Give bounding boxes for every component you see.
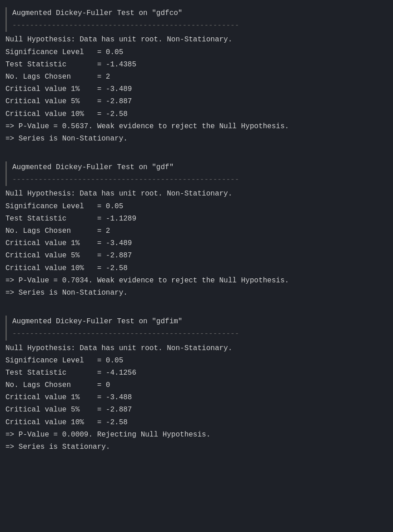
data-row-0-0: Significance Level = 0.05 bbox=[5, 46, 388, 59]
conclusion2-2: => Series is Stationary. bbox=[5, 441, 388, 453]
data-row-1-5: Critical value 10% = -2.58 bbox=[5, 262, 388, 275]
test-body-1: Null Hypothesis: Data has unit root. Non… bbox=[5, 188, 388, 299]
test-divider-2: ----------------------------------------… bbox=[12, 328, 388, 340]
data-row-0-1: Test Statistic = -1.4385 bbox=[5, 59, 388, 71]
data-row-2-3: Critical value 1% = -3.488 bbox=[5, 391, 388, 404]
data-row-1-3: Critical value 1% = -3.489 bbox=[5, 237, 388, 250]
data-row-0-5: Critical value 10% = -2.58 bbox=[5, 108, 388, 120]
test-title-0: Augmented Dickey-Fuller Test on "gdfco" bbox=[12, 7, 388, 20]
test-header-1: Augmented Dickey-Fuller Test on "gdf"---… bbox=[5, 161, 388, 186]
test-block-2: Augmented Dickey-Fuller Test on "gdfim"-… bbox=[5, 316, 388, 453]
conclusion1-1: => P-Value = 0.7034. Weak evidence to re… bbox=[5, 275, 388, 287]
test-body-0: Null Hypothesis: Data has unit root. Non… bbox=[5, 34, 388, 145]
conclusion2-0: => Series is Non-Stationary. bbox=[5, 133, 388, 145]
test-block-1: Augmented Dickey-Fuller Test on "gdf"---… bbox=[5, 161, 388, 299]
data-row-1-4: Critical value 5% = -2.887 bbox=[5, 250, 388, 262]
data-row-2-0: Significance Level = 0.05 bbox=[5, 355, 388, 367]
data-row-2-1: Test Statistic = -4.1256 bbox=[5, 367, 388, 379]
conclusion1-0: => P-Value = 0.5637. Weak evidence to re… bbox=[5, 120, 388, 133]
test-title-1: Augmented Dickey-Fuller Test on "gdf" bbox=[12, 161, 388, 174]
data-row-0-4: Critical value 5% = -2.887 bbox=[5, 95, 388, 108]
test-block-0: Augmented Dickey-Fuller Test on "gdfco"-… bbox=[5, 7, 388, 145]
data-row-1-0: Significance Level = 0.05 bbox=[5, 201, 388, 213]
null-hypothesis-1: Null Hypothesis: Data has unit root. Non… bbox=[5, 188, 388, 200]
test-header-2: Augmented Dickey-Fuller Test on "gdfim"-… bbox=[5, 316, 388, 340]
test-title-2: Augmented Dickey-Fuller Test on "gdfim" bbox=[12, 316, 388, 328]
test-divider-1: ----------------------------------------… bbox=[12, 174, 388, 186]
test-divider-0: ----------------------------------------… bbox=[12, 20, 388, 32]
app-container: Augmented Dickey-Fuller Test on "gdfco"-… bbox=[5, 7, 388, 453]
data-row-2-5: Critical value 10% = -2.58 bbox=[5, 417, 388, 429]
data-row-0-2: No. Lags Chosen = 2 bbox=[5, 71, 388, 83]
data-row-1-2: No. Lags Chosen = 2 bbox=[5, 225, 388, 237]
conclusion1-2: => P-Value = 0.0009. Rejecting Null Hypo… bbox=[5, 429, 388, 441]
null-hypothesis-0: Null Hypothesis: Data has unit root. Non… bbox=[5, 34, 388, 46]
data-row-2-4: Critical value 5% = -2.887 bbox=[5, 404, 388, 416]
test-body-2: Null Hypothesis: Data has unit root. Non… bbox=[5, 342, 388, 454]
data-row-2-2: No. Lags Chosen = 0 bbox=[5, 379, 388, 391]
data-row-1-1: Test Statistic = -1.1289 bbox=[5, 213, 388, 225]
null-hypothesis-2: Null Hypothesis: Data has unit root. Non… bbox=[5, 342, 388, 355]
conclusion2-1: => Series is Non-Stationary. bbox=[5, 287, 388, 299]
test-header-0: Augmented Dickey-Fuller Test on "gdfco"-… bbox=[5, 7, 388, 32]
data-row-0-3: Critical value 1% = -3.489 bbox=[5, 83, 388, 95]
